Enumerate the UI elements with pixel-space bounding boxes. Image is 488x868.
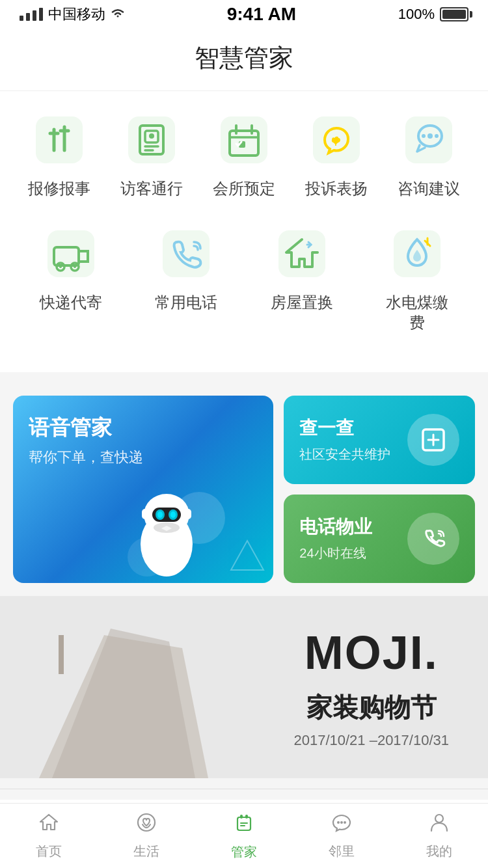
phone-property-icon [407,513,459,565]
battery-icon [440,7,468,21]
battery-label: 100% [398,6,435,23]
svg-rect-45 [185,509,191,519]
tab-bar: 首页 生活 管家 [0,803,488,868]
tab-mine[interactable]: 我的 [400,811,478,860]
svg-point-63 [344,821,346,824]
home-tab-icon [38,811,60,839]
svg-rect-54 [59,635,64,674]
status-left: 中国移动 [20,5,125,24]
cards-section: 语音管家 帮你下单，查快递 [0,383,488,596]
check-card[interactable]: 查一查 社区安全共维护 [284,396,475,484]
voice-assistant-subtitle: 帮你下单，查快递 [29,448,258,467]
neighbor-tab-label: 邻里 [329,843,355,860]
life-tab-label: 生活 [133,843,159,860]
banner-date: 2017/10/21 –2017/10/31 [293,731,449,748]
svg-rect-58 [245,815,248,819]
svg-point-42 [157,511,163,518]
svg-point-55 [138,814,155,831]
svg-point-61 [337,821,340,824]
status-right: 100% [398,6,468,23]
phone-property-subtitle: 24小时在线 [299,545,372,562]
svg-rect-5 [128,116,175,163]
banner-divider [0,789,488,789]
svg-point-64 [435,815,443,822]
tab-neighbor[interactable]: 邻里 [303,811,381,860]
mine-tab-label: 我的 [426,843,452,860]
svg-point-43 [170,511,176,518]
svg-rect-30 [278,230,325,277]
icon-phone[interactable]: 常用电话 [148,224,225,332]
page-header: 智慧管家 [0,29,488,91]
life-tab-icon [135,811,157,839]
svg-point-8 [149,133,154,139]
banner-brand: MOJI. [293,625,449,679]
complaint-label: 投诉表扬 [305,178,368,198]
utility-icon-box [388,224,446,283]
express-label: 快递代寄 [40,292,102,312]
check-card-text: 查一查 社区安全共维护 [299,416,390,463]
svg-rect-44 [142,509,148,519]
voice-assistant-card[interactable]: 语音管家 帮你下单，查快递 [13,396,273,583]
svg-rect-57 [240,815,243,819]
banner-section[interactable]: MOJI. 家装购物节 2017/10/21 –2017/10/31 [0,596,488,778]
phone-icon-box [157,224,215,283]
visitor-label: 访客通行 [120,178,183,198]
svg-point-22 [435,134,439,138]
icon-complaint[interactable]: 投诉表扬 [297,111,375,198]
banner-title: 家装购物节 [293,689,449,725]
status-time: 9:41 AM [227,4,296,25]
banner-content: MOJI. 家装购物节 2017/10/21 –2017/10/31 [293,625,449,748]
house-icon-box [273,224,331,283]
icon-utility[interactable]: 水电煤缴费 [379,224,456,332]
tab-life[interactable]: 生活 [107,811,185,860]
icon-repair[interactable]: 报修报事 [20,111,98,198]
check-icon-circle [407,414,459,466]
svg-rect-29 [163,230,210,277]
carrier-label: 中国移动 [48,5,105,24]
page-title: 智慧管家 [195,44,293,72]
icons-row-2: 快递代寄 常用电话 [13,224,475,332]
club-label: 会所预定 [213,178,275,198]
icon-visitor[interactable]: 访客通行 [113,111,191,198]
icon-consult[interactable]: 咨询建议 [390,111,468,198]
svg-point-28 [74,265,76,268]
svg-marker-48 [231,541,264,570]
tab-home[interactable]: 首页 [10,811,88,860]
icon-club[interactable]: 会所预定 [205,111,283,198]
svg-point-20 [427,133,433,139]
phone-property-card[interactable]: 电话物业 24小时在线 [284,495,475,583]
divider-1 [0,372,488,383]
phone-property-title: 电话物业 [299,515,372,539]
manager-tab-label: 管家 [231,843,257,861]
svg-point-62 [340,821,343,824]
voice-assistant-text: 语音管家 帮你下单，查快递 [29,414,258,467]
repair-label: 报修报事 [28,178,90,198]
robot-figure [108,479,225,583]
voice-assistant-title: 语音管家 [29,414,258,442]
svg-point-27 [59,265,62,268]
tab-manager[interactable]: 管家 [205,811,283,861]
svg-point-21 [422,134,426,138]
express-icon-box [42,224,100,283]
neighbor-tab-icon [331,811,353,839]
repair-icon-box [30,111,88,169]
home-tab-label: 首页 [36,843,62,860]
visitor-icon-box [122,111,181,169]
cards-right: 查一查 社区安全共维护 电话物业 24小时在线 [284,396,475,583]
check-subtitle: 社区安全共维护 [299,446,390,463]
icons-section: 报修报事 访客通行 [0,91,488,372]
status-bar: 中国移动 9:41 AM 100% [0,0,488,29]
icons-row-1: 报修报事 访客通行 [13,111,475,198]
banner-decoration [0,596,221,778]
check-title: 查一查 [299,416,390,441]
phone-label: 常用电话 [155,292,217,312]
mine-tab-icon [428,811,450,839]
manager-tab-icon [232,811,256,839]
icon-express[interactable]: 快递代寄 [33,224,109,332]
signal-icon [20,8,43,21]
consult-icon-box [400,111,458,169]
svg-rect-0 [36,116,83,163]
phone-property-text: 电话物业 24小时在线 [299,515,372,562]
icon-house[interactable]: 房屋置换 [264,224,340,332]
wifi-icon [111,6,125,23]
